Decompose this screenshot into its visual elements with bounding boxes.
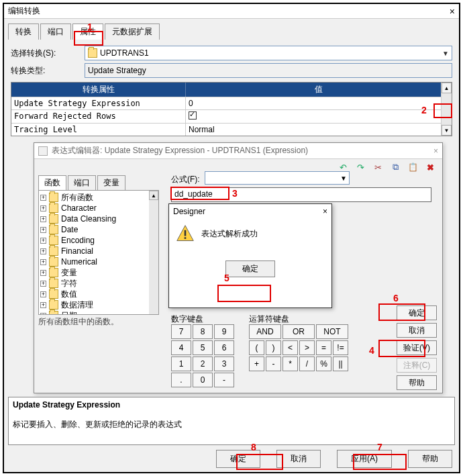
key-or[interactable]: OR [282,324,315,339]
row-value[interactable]: 0 ↘ [186,97,452,109]
function-tree[interactable]: +所有函数 +Character +Data Cleansing +Date +… [38,190,159,315]
table-row[interactable]: Forward Rejected Rows [11,109,452,123]
tab-port[interactable]: 端口 [40,23,71,40]
key-mod[interactable]: % [316,356,331,371]
expression-editor-dialog: 表达式编辑器: Update Strategy Expression - UPD… [34,142,443,393]
select-transform-label: 选择转换(S): [11,48,85,59]
folder-icon [49,225,58,234]
key-not[interactable]: NOT [316,324,348,339]
close-icon[interactable]: × [433,146,438,156]
formula-label: 公式(F): [171,174,200,185]
body: 选择转换(S): UPDTRANS1 ▼ 转换类型: Update Strate… [4,39,459,140]
formula-input[interactable]: dd_update [171,187,431,202]
annotation-5: 5 [224,273,229,283]
annotation-4: 4 [369,345,374,356]
col-val: 值 [186,83,452,97]
dialog-titlebar: 表达式编辑器: Update Strategy Expression - UPD… [34,143,442,159]
tab-ports[interactable]: 端口 [68,175,96,190]
tree-item: +Numerical [40,256,157,267]
description-title: Update Strategy Expression [13,400,450,410]
scroll-down-icon[interactable]: ▼ [442,125,452,136]
titlebar: 编辑转换 × [4,4,459,19]
edit-transform-window: 编辑转换 × 转换 端口 属性 元数据扩展 选择转换(S): UPDTRANS1… [3,3,460,473]
row-value[interactable] [186,110,452,123]
key-0[interactable]: 0 [193,373,213,387]
key-2[interactable]: 2 [193,356,213,371]
key-neq[interactable]: != [333,340,348,355]
scroll-up-icon[interactable]: ▲ [149,191,158,200]
key-dot[interactable]: . [171,373,191,387]
apply-button[interactable]: 应用(A) [337,450,392,468]
tab-metadata[interactable]: 元数据扩展 [105,23,160,40]
close-icon[interactable]: × [323,207,327,216]
ok-button[interactable]: 确定 [216,450,260,468]
checkbox-icon[interactable] [189,111,197,120]
designer-ok-button[interactable]: 确定 [225,260,275,277]
cut-icon[interactable] [372,162,383,173]
tree-item: +Encoding [40,235,157,246]
folder-icon [49,311,58,315]
table-row[interactable]: Update Strategy Expression 0 ↘ [11,97,452,109]
key-1[interactable]: 1 [171,356,191,371]
key-8[interactable]: 8 [193,324,213,339]
key-neg[interactable]: - [214,373,234,387]
tab-functions[interactable]: 函数 [38,175,66,190]
cancel-button[interactable]: 取消 [276,450,321,468]
tab-variables[interactable]: 变量 [97,175,125,190]
row-value-text: 0 [189,99,193,108]
folder-icon [49,236,58,245]
key-concat[interactable]: || [333,356,348,371]
expr-help-button[interactable]: 帮助 [397,375,437,390]
row-name: Tracing Level [11,124,186,136]
tree-item: +日期 [40,310,157,315]
key-4[interactable]: 4 [171,340,191,355]
operator-keypad: AND OR NOT ( ) < > = != + - * / % || [249,324,348,371]
formula-combo[interactable]: ▼ [205,171,350,185]
select-transform-combo[interactable]: UPDTRANS1 ▼ [85,46,452,60]
annotation-6: 6 [393,293,399,303]
key-plus[interactable]: + [249,356,264,371]
tree-item: +数据清理 [40,299,157,310]
folder-icon [49,268,58,277]
paste-icon[interactable] [407,162,418,173]
key-and[interactable]: AND [249,324,281,339]
key-div[interactable]: / [299,356,315,371]
redo-icon[interactable] [355,162,366,173]
key-6[interactable]: 6 [214,340,234,355]
copy-icon[interactable] [390,162,401,173]
key-gt[interactable]: > [299,340,315,355]
row-name: Forward Rejected Rows [11,110,186,123]
key-9[interactable]: 9 [214,324,234,339]
folder-icon [49,203,58,213]
scroll-up-icon[interactable]: ▲ [442,83,452,93]
key-3[interactable]: 3 [214,356,234,371]
tree-item: +Data Cleansing [40,213,157,224]
window-title: 编辑转换 [8,5,40,17]
close-icon[interactable]: × [450,6,455,17]
key-lt[interactable]: < [282,340,298,355]
folder-icon [49,193,58,202]
main-tabs: 转换 端口 属性 元数据扩展 [8,23,455,39]
tab-transform[interactable]: 转换 [8,23,39,40]
scrollbar[interactable]: ▲ ▼ [441,83,452,136]
expr-cancel-button[interactable]: 取消 [397,323,437,338]
expr-comment-button[interactable]: 注释(C) [397,358,437,373]
key-mul[interactable]: * [282,356,298,371]
expr-validate-button[interactable]: 验证(V) [397,340,437,355]
tree-item: +Character [40,203,157,213]
row-value[interactable]: Normal [186,124,452,136]
svg-rect-2 [185,237,187,239]
key-lparen[interactable]: ( [249,340,264,355]
key-5[interactable]: 5 [193,340,213,355]
key-eq[interactable]: = [316,340,331,355]
key-rparen[interactable]: ) [266,340,281,355]
table-row[interactable]: Tracing Level Normal [11,123,452,136]
key-7[interactable]: 7 [171,324,191,339]
tree-item: +数值 [40,289,157,299]
help-button[interactable]: 帮助 [408,450,452,468]
expr-ok-button[interactable]: 确定 [397,305,437,320]
delete-icon[interactable] [425,162,435,173]
scrollbar[interactable]: ▲ [149,191,158,314]
key-minus[interactable]: - [266,356,281,371]
tree-item: +变量 [40,267,157,278]
